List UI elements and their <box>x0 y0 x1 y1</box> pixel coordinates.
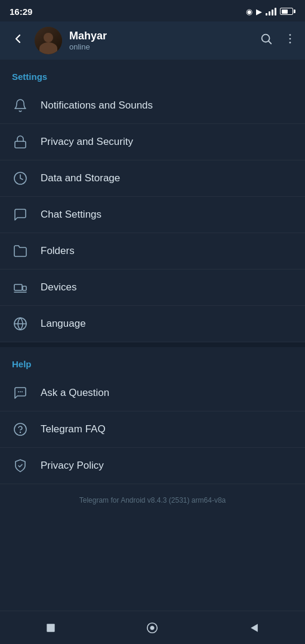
privacy-label: Privacy and Security <box>41 136 133 148</box>
notifications-label: Notifications and Sounds <box>41 100 153 112</box>
chat-icon <box>12 206 29 223</box>
svg-rect-5 <box>15 141 26 148</box>
language-item[interactable]: Language <box>0 306 305 342</box>
help-label: Help <box>0 347 305 375</box>
privacy-policy-label: Privacy Policy <box>41 460 104 472</box>
settings-label: Settings <box>0 60 305 88</box>
settings-section: Settings Notifications and Sounds Privac… <box>0 60 305 342</box>
chat-item[interactable]: Chat Settings <box>0 197 305 233</box>
signal-icon <box>266 8 276 16</box>
nav-stop-button[interactable] <box>42 620 59 636</box>
battery-icon <box>280 8 295 15</box>
language-icon <box>12 315 29 332</box>
folders-label: Folders <box>41 245 75 257</box>
ask-label: Ask a Question <box>41 387 109 399</box>
devices-label: Devices <box>41 281 76 293</box>
devices-item[interactable]: Devices <box>0 270 305 306</box>
alarm-icon: ◉ <box>246 7 252 16</box>
svg-point-12 <box>18 391 19 392</box>
data-label: Data and Storage <box>41 172 120 184</box>
language-label: Language <box>41 318 86 330</box>
play-icon: ▶ <box>256 7 262 16</box>
header-info: Mahyar online <box>69 30 252 51</box>
chat-label: Chat Settings <box>41 209 101 221</box>
svg-line-1 <box>269 41 271 44</box>
data-item[interactable]: Data and Storage <box>0 160 305 197</box>
svg-point-14 <box>21 391 23 392</box>
ask-item[interactable]: Ask a Question <box>0 375 305 411</box>
svg-point-13 <box>20 391 21 392</box>
svg-point-3 <box>289 38 291 40</box>
search-icon[interactable] <box>260 32 273 49</box>
header: Mahyar online <box>0 21 305 60</box>
avatar <box>35 27 62 54</box>
nav-home-button[interactable] <box>144 620 161 636</box>
svg-point-15 <box>14 423 26 435</box>
status-time: 16:29 <box>10 7 32 17</box>
svg-rect-7 <box>14 284 22 290</box>
svg-marker-20 <box>251 624 258 631</box>
devices-icon <box>12 279 29 296</box>
header-actions <box>260 32 297 49</box>
privacy-policy-item[interactable]: Privacy Policy <box>0 448 305 484</box>
nav-back-button[interactable] <box>246 620 263 636</box>
status-icons: ◉ ▶ <box>246 7 295 16</box>
data-icon <box>12 170 29 187</box>
notifications-item[interactable]: Notifications and Sounds <box>0 88 305 124</box>
svg-point-4 <box>289 42 291 44</box>
status-bar: 16:29 ◉ ▶ <box>0 0 305 21</box>
faq-icon <box>12 421 29 438</box>
bottom-nav <box>0 611 305 644</box>
footer: Telegram for Android v8.4.3 (2531) arm64… <box>0 484 305 516</box>
more-icon[interactable] <box>284 32 297 49</box>
folders-icon <box>12 243 29 259</box>
privacy-policy-icon <box>12 457 29 474</box>
svg-point-0 <box>262 35 270 42</box>
folders-item[interactable]: Folders <box>0 233 305 270</box>
faq-label: Telegram FAQ <box>41 423 106 435</box>
header-username: Mahyar <box>69 30 252 42</box>
svg-point-19 <box>151 626 155 630</box>
svg-rect-8 <box>23 286 26 290</box>
back-button[interactable] <box>8 29 27 52</box>
faq-item[interactable]: Telegram FAQ <box>0 411 305 448</box>
section-divider <box>0 342 305 347</box>
notifications-icon <box>12 97 29 114</box>
ask-icon <box>12 385 29 401</box>
svg-rect-17 <box>47 624 54 631</box>
privacy-icon <box>12 134 29 150</box>
header-status: online <box>69 42 252 51</box>
svg-point-2 <box>289 34 291 36</box>
privacy-item[interactable]: Privacy and Security <box>0 124 305 160</box>
help-section: Help Ask a Question Telegram FAQ Privacy… <box>0 347 305 484</box>
